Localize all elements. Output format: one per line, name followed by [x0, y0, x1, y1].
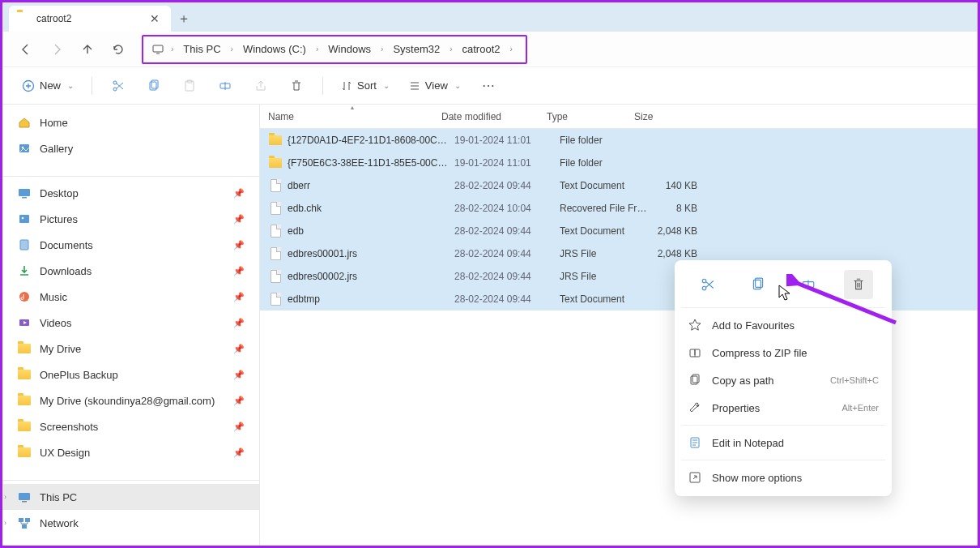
breadcrumb-item[interactable]: Windows (C:) — [240, 43, 309, 55]
file-date: 19-01-2024 11:01 — [454, 157, 560, 169]
view-button[interactable]: View ⌄ — [403, 76, 467, 95]
refresh-icon — [112, 43, 125, 56]
ctx-rename-button[interactable] — [794, 270, 823, 299]
sidebar-item-ux-design[interactable]: UX Design📌 — [2, 439, 259, 465]
file-row[interactable]: {F750E6C3-38EE-11D1-85E5-00C04FC295...19… — [260, 152, 978, 174]
folder-icon — [17, 341, 32, 356]
svg-rect-13 — [19, 215, 29, 223]
share-button[interactable] — [246, 71, 275, 101]
chevron-right-icon[interactable]: › — [4, 519, 6, 527]
file-row[interactable]: edb.chk28-02-2024 10:04Recovered File Fr… — [260, 197, 978, 220]
file-size: 2,048 KB — [647, 248, 697, 259]
sort-button[interactable]: Sort ⌄ — [334, 76, 396, 95]
chevron-right-icon[interactable]: › — [376, 45, 388, 54]
gallery-icon — [17, 141, 32, 156]
sidebar-item-videos[interactable]: Videos📌 — [2, 310, 259, 336]
breadcrumb[interactable]: › This PC › Windows (C:) › Windows › Sys… — [142, 35, 527, 64]
rename-button[interactable] — [211, 71, 240, 101]
breadcrumb-item[interactable]: System32 — [390, 43, 443, 55]
refresh-button[interactable] — [104, 36, 132, 63]
breadcrumb-item[interactable]: Windows — [325, 43, 374, 55]
sort-icon — [341, 80, 352, 92]
file-row[interactable]: dberr28-02-2024 09:44Text Document140 KB — [260, 174, 978, 197]
up-button[interactable] — [74, 36, 101, 63]
sidebar-item-music[interactable]: Music📌 — [2, 284, 259, 310]
chevron-right-icon[interactable]: › — [445, 45, 457, 54]
thispc-icon — [17, 490, 32, 504]
file-name: edb — [288, 225, 454, 237]
ctx-edit-notepad[interactable]: Edit in Notepad — [680, 429, 887, 456]
folder-icon — [17, 419, 32, 434]
ctx-copy-button[interactable] — [744, 270, 773, 299]
sidebar-item-network[interactable]: ›Network — [2, 510, 259, 536]
chevron-right-icon[interactable]: › — [4, 493, 6, 501]
tab-catroot2[interactable]: catroot2 ✕ — [9, 6, 171, 32]
breadcrumb-item[interactable]: catroot2 — [459, 43, 504, 55]
file-row[interactable]: {127D0A1D-4EF2-11D1-8608-00C04FC295...19… — [260, 129, 978, 152]
sidebar-item-screenshots[interactable]: Screenshots📌 — [2, 413, 259, 439]
sidebar-item-documents[interactable]: Documents📌 — [2, 232, 259, 258]
column-header-date[interactable]: Date modified — [441, 105, 547, 128]
sidebar-item-oneplus-backup[interactable]: OnePlus Backup📌 — [2, 362, 259, 387]
ctx-copy-path[interactable]: Copy as path Ctrl+Shift+C — [680, 366, 887, 394]
folder-icon — [268, 133, 283, 148]
sidebar-item-label: Pictures — [40, 213, 78, 225]
paste-button[interactable] — [175, 71, 204, 101]
file-date: 28-02-2024 09:44 — [454, 180, 560, 191]
pin-icon: 📌 — [233, 318, 245, 328]
pin-icon: 📌 — [233, 266, 245, 276]
sidebar-item-my-drive-skoundinya28-gmail-com-[interactable]: My Drive (skoundinya28@gmail.com)📌 — [2, 387, 259, 413]
new-tab-button[interactable]: ＋ — [171, 6, 197, 32]
file-type: Text Document — [560, 180, 647, 191]
ctx-properties[interactable]: Properties Alt+Enter — [680, 394, 887, 422]
svg-rect-19 — [22, 501, 27, 503]
file-type: Text Document — [560, 293, 647, 305]
sidebar-item-downloads[interactable]: Downloads📌 — [2, 258, 259, 284]
sidebar-item-desktop[interactable]: Desktop📌 — [2, 180, 259, 206]
sidebar-item-label: My Drive (skoundinya28@gmail.com) — [40, 395, 215, 407]
svg-rect-22 — [22, 524, 27, 529]
ctx-cut-button[interactable] — [693, 270, 722, 299]
chevron-down-icon: ⌄ — [67, 81, 74, 90]
svg-point-16 — [19, 292, 29, 302]
ctx-delete-button[interactable] — [844, 270, 873, 299]
file-type: JRS File — [560, 248, 647, 259]
more-button[interactable]: ⋯ — [474, 71, 503, 101]
column-header-type[interactable]: Type — [547, 105, 634, 128]
chevron-right-icon[interactable]: › — [226, 45, 238, 54]
arrow-right-icon — [50, 43, 63, 56]
chevron-right-icon[interactable]: › — [311, 45, 323, 54]
sidebar-item-pictures[interactable]: Pictures📌 — [2, 206, 259, 232]
close-icon[interactable]: ✕ — [147, 12, 163, 25]
sidebar-item-my-drive[interactable]: My Drive📌 — [2, 336, 259, 362]
sidebar-item-this-pc[interactable]: ›This PC — [2, 484, 259, 510]
ctx-add-favourites[interactable]: Add to Favourites — [680, 311, 887, 339]
ctx-compress-zip[interactable]: Compress to ZIP file — [680, 339, 887, 366]
share-icon — [254, 79, 267, 92]
new-button[interactable]: New ⌄ — [15, 76, 80, 96]
trash-icon — [290, 79, 303, 92]
chevron-down-icon: ⌄ — [454, 81, 461, 90]
back-button[interactable] — [12, 36, 40, 63]
file-size: 2,048 KB — [647, 225, 697, 237]
chevron-right-icon[interactable]: › — [166, 45, 178, 54]
file-name: {F750E6C3-38EE-11D1-85E5-00C04FC295... — [288, 157, 454, 169]
ctx-show-more[interactable]: Show more options — [680, 464, 887, 491]
pin-icon: 📌 — [233, 370, 245, 380]
file-row[interactable]: edb28-02-2024 09:44Text Document2,048 KB — [260, 220, 978, 242]
pictures-icon — [17, 212, 32, 226]
folder-icon — [17, 12, 30, 25]
sidebar-item-gallery[interactable]: Gallery — [2, 135, 259, 161]
sort-label: Sort — [357, 79, 377, 92]
sidebar-item-home[interactable]: Home — [2, 109, 259, 135]
scissors-icon — [112, 79, 125, 92]
delete-button[interactable] — [282, 71, 311, 101]
forward-button[interactable] — [43, 36, 70, 63]
sidebar-item-label: OnePlus Backup — [40, 369, 118, 381]
copy-button[interactable] — [139, 71, 168, 101]
chevron-right-icon[interactable]: › — [505, 45, 518, 54]
ctx-item-label: Compress to ZIP file — [712, 347, 807, 359]
cut-button[interactable] — [104, 71, 133, 101]
breadcrumb-item[interactable]: This PC — [180, 43, 224, 55]
column-header-size[interactable]: Size — [634, 105, 691, 128]
